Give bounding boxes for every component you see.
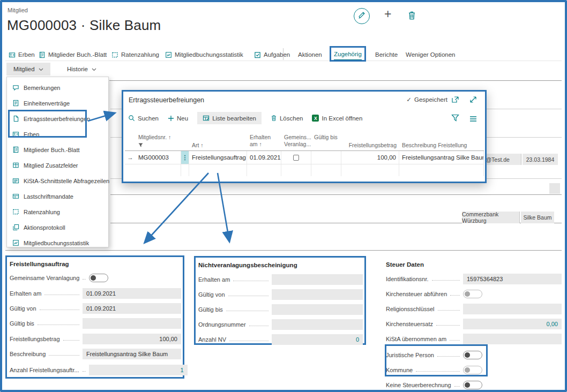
- empty-cell[interactable]: [189, 164, 247, 176]
- kirchensteuer-abfuehren-toggle[interactable]: [463, 290, 482, 298]
- kista-uebernommen-am-field[interactable]: [463, 334, 562, 344]
- actionbar-aktionen[interactable]: Aktionen: [298, 49, 322, 60]
- new-button[interactable]: Neu: [168, 115, 188, 122]
- popout-icon[interactable]: [451, 96, 459, 105]
- menu-item-mitglieder-buch-blatt[interactable]: Mitglieder Buch.-Blatt: [7, 142, 108, 157]
- menu-item-kista-schnittstelle[interactable]: KiStA-Schnittstelle Abfragezeilen: [7, 173, 108, 189]
- actionbar-ratenzahlung[interactable]: Ratenzahlung: [111, 49, 159, 60]
- anzahl-nv-field[interactable]: 0: [272, 334, 363, 345]
- expand-icon[interactable]: [469, 96, 477, 105]
- open-in-excel-button[interactable]: X In Excel öffnen: [312, 115, 362, 122]
- kommune-toggle[interactable]: [463, 366, 482, 374]
- scroll-corner: [549, 183, 560, 194]
- actionbar-mitglieder-buch-blatt[interactable]: Mitglieder Buch.-Blatt: [39, 49, 107, 60]
- empty-cell[interactable]: [341, 164, 399, 176]
- person-card-icon: [9, 51, 16, 58]
- cell-gueltig-bis[interactable]: [311, 151, 341, 164]
- ertragssteuerbefreiungen-dialog: Ertragssteuerbefreiungen ✓ Gespeichert S…: [122, 90, 487, 183]
- edit-table-icon: [203, 115, 210, 122]
- gueltig-von-field[interactable]: 01.09.2021: [83, 303, 181, 314]
- field-row: Anzahl Freistellungsauftr... 1: [10, 364, 181, 375]
- beschreibung-field[interactable]: Freistellungsantrag Silke Baum: [83, 349, 181, 359]
- ordnungsnummer-field[interactable]: [272, 319, 363, 330]
- empty-cell[interactable]: [136, 164, 181, 176]
- religionsschluessel-field[interactable]: [463, 304, 562, 314]
- cell-art[interactable]: Freistellungsauftrag: [189, 151, 247, 164]
- nv-gueltig-bis-field[interactable]: [272, 304, 363, 315]
- anzahl-freistellungsauftraege-field[interactable]: 1: [89, 365, 188, 375]
- col-beschreibung[interactable]: Beschreibung Freistellung: [399, 132, 484, 151]
- actionbar-zugehoerig[interactable]: Zugehörig: [334, 49, 362, 60]
- menu-item-einheitenvertraege[interactable]: Einheitenverträge: [7, 95, 108, 111]
- empty-cell[interactable]: [281, 164, 311, 176]
- empty-cell[interactable]: [311, 164, 341, 176]
- journal-icon: [39, 51, 46, 58]
- keine-steuerberechnung-toggle[interactable]: [463, 381, 482, 389]
- comment-icon: [12, 84, 19, 91]
- menu-item-ertragssteuerbefreiungen[interactable]: Ertragssteuerbefreiungen: [7, 111, 108, 126]
- actionbar-mitgliedbuchungsstatistik[interactable]: Mitgliedbuchungsstatistik: [165, 49, 243, 60]
- juristische-person-toggle[interactable]: [463, 351, 482, 359]
- tab-historie[interactable]: Historie: [60, 63, 103, 76]
- menu-item-aktionsprotokoll[interactable]: Aktionsprotokoll: [7, 220, 108, 235]
- cell-freistellungsbetrag[interactable]: 100,00: [341, 151, 399, 164]
- panel-steuer-daten: Steuer Daten Identifikationsnr. 15975364…: [383, 256, 563, 392]
- gueltig-bis-field[interactable]: [83, 318, 181, 329]
- erhalten-am-field[interactable]: 01.09.2021: [83, 288, 181, 299]
- actionbar-aufgaben[interactable]: Aufgaben: [254, 49, 290, 60]
- field-row: Beschreibung Freistellungsantrag Silke B…: [10, 348, 181, 359]
- edit-list-button[interactable]: Liste bearbeiten: [197, 112, 262, 124]
- menu-item-mitgliedbuchungsstatistik[interactable]: Mitgliedbuchungsstatistik: [7, 235, 108, 251]
- col-freistellungsbetrag[interactable]: Freistellungsbetrag: [341, 132, 399, 151]
- saved-indicator: ✓ Gespeichert: [406, 96, 447, 103]
- col-art[interactable]: Art ↑: [189, 132, 247, 151]
- menu-item-bemerkungen[interactable]: Bemerkungen: [7, 80, 108, 95]
- panel-nichtveranlagungsbescheinigung: Nichtveranlagungsbescheinigung Erhalten …: [194, 256, 366, 345]
- new-icon[interactable]: +: [384, 9, 391, 19]
- actionbar-weniger-optionen[interactable]: Weniger Optionen: [406, 49, 455, 60]
- tab-mitglied[interactable]: Mitglied: [6, 63, 50, 76]
- freistellungsbetrag-field[interactable]: 100,00: [83, 334, 181, 344]
- empty-cell[interactable]: [399, 164, 484, 176]
- field-row: Religionsschlüssel: [386, 303, 562, 314]
- search-button[interactable]: Suchen: [128, 115, 159, 122]
- exemptions-table: Mitgliedsnr. ↑ Art ↑ Erhalten am ↑ Gemei…: [125, 132, 484, 176]
- cell-gemeinsame-veranlagung[interactable]: [281, 151, 311, 164]
- cell-member-no[interactable]: MG000003: [136, 151, 181, 164]
- field-row: Kirchensteuersatz 0,00: [386, 318, 562, 329]
- delete-icon[interactable]: [407, 11, 416, 22]
- identifikationsnr-field[interactable]: 15975364823: [463, 274, 562, 284]
- filter-icon[interactable]: [451, 114, 459, 124]
- cell-erhalten-am[interactable]: 01.09.2021: [247, 151, 281, 164]
- gemeinsame-veranlagung-toggle[interactable]: [89, 274, 108, 282]
- delete-button[interactable]: Löschen: [271, 115, 303, 122]
- col-gemeinsame-veranlagung[interactable]: Gemeins... Veranlag...: [281, 132, 311, 151]
- actionbar-berichte[interactable]: Berichte: [375, 49, 398, 60]
- kirchensteuersatz-field[interactable]: 0,00: [463, 319, 562, 329]
- menu-item-ratenzahlung[interactable]: Ratenzahlung: [7, 204, 108, 220]
- cell-beschreibung[interactable]: Freistellungsantrag Silke Baum: [399, 151, 484, 164]
- menu-item-erben[interactable]: Erben: [7, 126, 108, 142]
- field-row: Keine Steuerberechnung: [386, 379, 562, 390]
- col-gueltig-bis[interactable]: Gültig bis: [311, 132, 341, 151]
- journal-icon: [12, 146, 19, 153]
- edit-button[interactable]: [354, 8, 370, 24]
- menu-item-mitglied-zusatzfelder[interactable]: Mitglied Zusatzfelder: [7, 157, 108, 173]
- nv-gueltig-von-field[interactable]: [272, 289, 363, 300]
- dialog-toolbar: Suchen Neu Liste bearbeiten Löschen X In…: [128, 112, 362, 124]
- checkbox-unchecked[interactable]: [293, 155, 299, 161]
- actionbar-erben[interactable]: Erben: [9, 49, 35, 60]
- chart-icon: [12, 239, 19, 246]
- arrow-to-nv-panel: [218, 173, 229, 242]
- col-mitgliedsnr[interactable]: Mitgliedsnr. ↑: [136, 132, 181, 151]
- field-row: Gültig von: [198, 289, 363, 300]
- nv-erhalten-am-field[interactable]: [272, 274, 363, 285]
- list-options-icon[interactable]: [469, 115, 477, 124]
- birthdate-field[interactable]: 23.03.1984: [523, 154, 558, 165]
- menu-item-lastschriftmandate[interactable]: Lastschriftmandate: [7, 189, 108, 204]
- col-erhalten-am[interactable]: Erhalten am ↑: [247, 132, 281, 151]
- bank-field[interactable]: Commerzbank Würzburg: [462, 212, 520, 223]
- row-options-icon[interactable]: ⋮: [181, 151, 189, 164]
- empty-cell[interactable]: [247, 164, 281, 176]
- name-field[interactable]: Silke Baum: [521, 212, 554, 223]
